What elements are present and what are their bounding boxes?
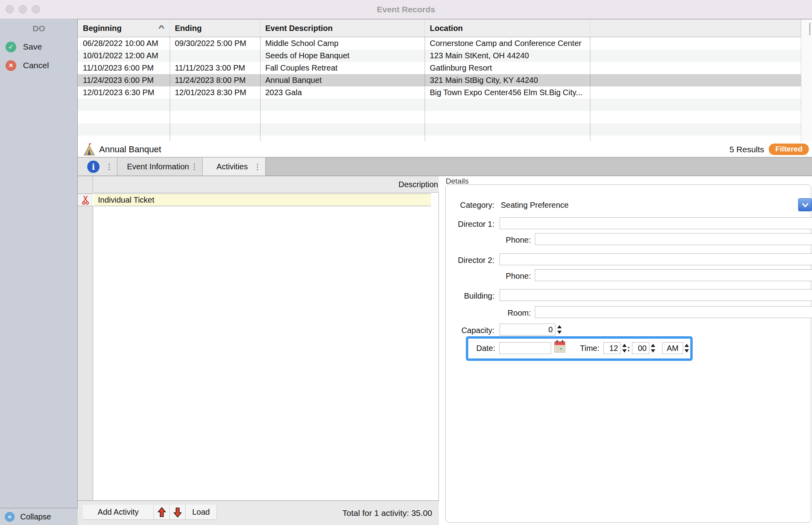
director2-input[interactable] — [500, 253, 812, 265]
activities-panel: Description Individual Ticket Add Activi… — [78, 176, 439, 525]
title-bar: Event Records — [0, 0, 812, 19]
scrollbar-thumb[interactable] — [809, 23, 810, 35]
time-colon: : — [627, 344, 630, 353]
category-value: Seating Preference — [501, 201, 569, 210]
phone1-label: Phone: — [446, 236, 531, 245]
red-arrow-down-icon — [173, 507, 182, 518]
activities-footer: Add Activity — [78, 500, 439, 525]
info-segment: i ⋮ — [78, 157, 117, 176]
column-header-ending[interactable]: Ending — [170, 19, 260, 37]
add-activity-button[interactable]: Add Activity — [83, 505, 154, 519]
building-input[interactable] — [500, 289, 812, 301]
move-down-button[interactable] — [170, 505, 186, 519]
content-area: Description Individual Ticket Add Activi… — [78, 176, 812, 525]
minute-stepper[interactable] — [650, 343, 656, 353]
director1-input[interactable] — [500, 217, 812, 229]
window-title: Event Records — [0, 0, 812, 19]
table-row[interactable]: 06/28/2022 10:00 AM 09/30/2022 5:00 PM M… — [78, 37, 801, 50]
activity-buttons: Add Activity — [83, 505, 217, 520]
scissors-icon — [82, 195, 89, 205]
room-input[interactable] — [535, 306, 812, 318]
activity-row[interactable]: Individual Ticket — [94, 194, 431, 206]
category-label: Category: — [446, 201, 494, 210]
activities-total: Total for 1 activity: 35.00 — [343, 501, 432, 525]
empty-row — [78, 136, 801, 142]
table-header-row: Beginning ^ Ending Event Description Loc… — [78, 19, 812, 37]
hour-stepper[interactable] — [622, 343, 627, 353]
room-label: Room: — [446, 308, 531, 318]
kebab-menu-icon[interactable]: ⋮ — [105, 162, 113, 171]
details-panel: Details Category: Seating Preference Dir… — [439, 176, 812, 525]
move-up-button[interactable] — [154, 505, 170, 519]
director1-label: Director 1: — [446, 220, 494, 229]
sort-ascending-icon: ^ — [159, 19, 165, 37]
save-label: Save — [23, 42, 42, 52]
selected-record-bar: Annual Banquet 5 Results Filtered — [78, 142, 812, 157]
date-time-highlight-box: Date: — [466, 336, 693, 361]
info-icon[interactable]: i — [87, 161, 100, 173]
column-header-empty — [590, 19, 801, 37]
date-label: Date: — [468, 344, 495, 353]
cancel-button[interactable]: × Cancel — [0, 59, 78, 72]
tab-bar: i ⋮ Event Information ⋮ Activities ⋮ — [78, 157, 812, 176]
activities-column-header[interactable]: Description — [94, 176, 439, 193]
row-gutter — [78, 176, 93, 500]
chevron-down-icon — [800, 201, 810, 209]
results-count: 5 Results — [730, 145, 764, 154]
delete-activity-button[interactable] — [78, 194, 93, 206]
ampm-stepper[interactable] — [684, 343, 689, 353]
action-sidebar: DO ✓ Save × Cancel « Collapse — [0, 19, 78, 525]
column-header-location[interactable]: Location — [425, 19, 590, 37]
table-scrollbar[interactable] — [801, 19, 812, 142]
tent-icon — [83, 143, 95, 156]
phone2-label: Phone: — [446, 272, 531, 281]
cancel-label: Cancel — [23, 61, 49, 70]
tab-event-information[interactable]: Event Information ⋮ — [117, 157, 203, 176]
kebab-menu-icon[interactable]: ⋮ — [254, 162, 261, 171]
chevrons-left-icon: « — [5, 512, 15, 522]
main-area: Beginning ^ Ending Event Description Loc… — [78, 19, 812, 525]
table-row[interactable]: 12/01/2023 6:30 PM 12/01/2023 8:30 PM 20… — [78, 86, 801, 99]
capacity-stepper[interactable] — [557, 324, 562, 335]
building-label: Building: — [446, 291, 494, 301]
collapse-button[interactable]: « Collapse — [0, 508, 78, 525]
selected-record-title: Annual Banquet — [99, 144, 161, 155]
event-records-table: Beginning ^ Ending Event Description Loc… — [78, 19, 812, 142]
time-ampm-input[interactable]: AM — [662, 342, 683, 354]
capacity-input[interactable]: 0 — [500, 324, 555, 335]
red-arrow-up-icon — [157, 507, 166, 518]
table-body: 06/28/2022 10:00 AM 09/30/2022 5:00 PM M… — [78, 37, 801, 142]
table-row[interactable]: 10/01/2022 12:00 AM Seeds of Hope Banque… — [78, 50, 801, 62]
capacity-label: Capacity: — [446, 326, 494, 335]
table-row-selected[interactable]: 11/24/2023 6:00 PM 11/24/2023 8:00 PM An… — [78, 74, 801, 86]
category-dropdown-button[interactable] — [798, 198, 812, 211]
x-icon: × — [6, 60, 16, 71]
director2-label: Director 2: — [446, 256, 494, 265]
load-button[interactable]: Load — [186, 505, 217, 519]
filtered-badge[interactable]: Filtered — [769, 144, 809, 155]
save-button[interactable]: ✓ Save — [0, 40, 78, 54]
tab-activities[interactable]: Activities ⋮ — [203, 157, 266, 176]
description-column-label: Description — [398, 180, 438, 189]
empty-row — [78, 123, 801, 136]
collapse-label: Collapse — [20, 512, 51, 521]
time-label: Time: — [560, 344, 599, 353]
time-minute-input[interactable]: 00 — [632, 342, 649, 354]
date-input[interactable] — [499, 342, 551, 354]
column-header-event-description[interactable]: Event Description — [260, 19, 425, 37]
check-icon: ✓ — [6, 42, 16, 52]
sidebar-header: DO — [0, 24, 78, 33]
empty-row — [78, 99, 801, 111]
kebab-menu-icon[interactable]: ⋮ — [191, 162, 198, 171]
phone1-input[interactable] — [535, 233, 812, 245]
column-header-beginning[interactable]: Beginning ^ — [78, 19, 170, 37]
empty-row — [78, 111, 801, 123]
table-row[interactable]: 11/10/2023 6:00 PM 11/11/2023 3:00 PM Fa… — [78, 62, 801, 74]
time-hour-input[interactable]: 12 — [603, 342, 621, 354]
details-groupbox: Category: Seating Preference Director 1:… — [445, 184, 811, 523]
phone2-input[interactable] — [535, 269, 812, 281]
event-records-window: Event Records DO ✓ Save × Cancel « Colla… — [0, 0, 812, 525]
